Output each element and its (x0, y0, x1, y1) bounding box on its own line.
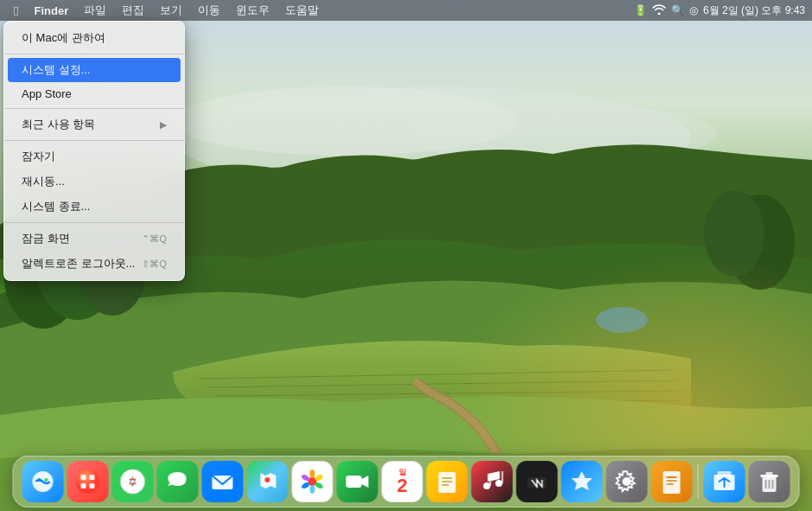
menu-divider-2 (4, 108, 184, 109)
menu-app-store[interactable]: App Store (8, 83, 181, 105)
menu-restart[interactable]: 재시동... (8, 169, 181, 194)
dock-icon-launchpad[interactable] (67, 461, 109, 502)
dock-icon-finder[interactable] (22, 461, 64, 502)
menu-divider-1 (4, 54, 184, 54)
calendar-date-label: 2 (396, 476, 407, 495)
dock-icon-music[interactable] (472, 461, 513, 502)
search-menubar-icon[interactable]: 🔍 (671, 4, 684, 16)
svg-point-19 (38, 478, 41, 482)
svg-rect-45 (439, 472, 456, 493)
menu-logout[interactable]: 알렉트로존 로그아웃... ⇧⌘Q (8, 252, 181, 276)
dock-icon-mail[interactable] (202, 461, 244, 502)
datetime: 6월 2일 (일) 오후 9:43 (703, 3, 805, 18)
menu-window[interactable]: 윈도우 (229, 1, 276, 20)
app-name[interactable]: Finder (27, 3, 75, 19)
menu-file[interactable]: 파일 (77, 1, 113, 20)
dock-icon-messages[interactable] (157, 461, 199, 502)
svg-point-50 (496, 480, 503, 487)
svg-rect-61 (718, 471, 732, 476)
battery-icon: 🔋 (634, 4, 647, 16)
dock-icon-trash[interactable] (749, 461, 790, 502)
menu-divider-4 (4, 222, 184, 223)
apple-dropdown-menu: 이 Mac에 관하여 시스템 설정... App Store 최근 사용 항목 … (3, 21, 185, 281)
svg-rect-64 (766, 472, 773, 476)
svg-point-49 (484, 482, 491, 489)
menu-shutdown[interactable]: 시스템 종료... (8, 195, 181, 219)
siri-icon[interactable]: ◎ (689, 4, 698, 16)
dock-icon-facetime[interactable] (337, 461, 378, 502)
dock-icon-safari[interactable] (112, 461, 154, 502)
svg-rect-25 (90, 483, 95, 489)
svg-rect-56 (663, 471, 681, 494)
menu-system-settings[interactable]: 시스템 설정... (8, 58, 181, 82)
menubar:  Finder 파일 편집 보기 이동 윈도우 도움말 🔋 🔍 ◎ 6월 2일… (0, 0, 812, 21)
dock-icon-calendar[interactable]: 일 2 (382, 461, 423, 502)
dock-icon-migration[interactable] (704, 461, 745, 502)
svg-point-37 (310, 469, 315, 478)
svg-rect-43 (346, 476, 362, 488)
dock-icon-system-settings[interactable] (606, 461, 648, 502)
dock-icon-appstore[interactable] (561, 461, 603, 502)
menu-recent-items[interactable]: 최근 사용 항목 ▶ (8, 112, 181, 137)
dock-icon-notes[interactable] (427, 461, 468, 502)
svg-rect-23 (90, 475, 95, 480)
svg-rect-24 (81, 483, 86, 489)
menu-about-mac[interactable]: 이 Mac에 관하여 (8, 26, 181, 50)
menu-divider-3 (4, 140, 184, 141)
wifi-icon (652, 4, 666, 17)
menu-help[interactable]: 도움말 (278, 1, 326, 20)
recent-items-arrow: ▶ (160, 119, 167, 131)
lock-screen-shortcut: ⌃⌘Q (142, 233, 167, 245)
menu-sleep[interactable]: 잠자기 (8, 144, 181, 169)
menu-view[interactable]: 보기 (153, 1, 189, 20)
svg-point-34 (265, 477, 270, 482)
dock-icon-maps[interactable] (247, 461, 289, 502)
svg-point-32 (131, 480, 135, 483)
svg-marker-44 (362, 476, 369, 488)
logout-shortcut: ⇧⌘Q (142, 259, 167, 270)
svg-point-40 (310, 485, 315, 494)
dock-icon-photos[interactable] (292, 461, 333, 502)
svg-rect-22 (81, 475, 86, 480)
dock-icon-pages[interactable] (651, 461, 693, 502)
apple-menu-button[interactable]:  (7, 2, 25, 20)
dock-divider (698, 464, 699, 499)
menu-go[interactable]: 이동 (191, 1, 227, 20)
svg-point-21 (76, 469, 100, 494)
dock: 일 2 (13, 456, 800, 508)
svg-point-55 (623, 477, 631, 486)
svg-point-20 (45, 478, 48, 482)
menu-edit[interactable]: 편집 (115, 1, 151, 20)
menu-lock-screen[interactable]: 잠금 화면 ⌃⌘Q (8, 227, 181, 251)
dock-icon-appletv[interactable] (517, 461, 558, 502)
